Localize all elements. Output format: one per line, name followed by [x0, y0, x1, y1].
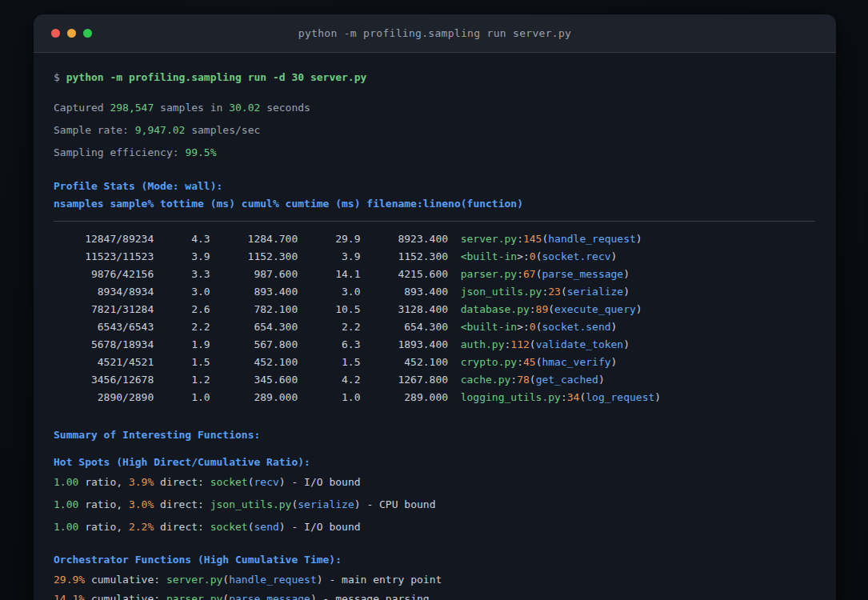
- separator: :: [510, 374, 517, 386]
- cell-nsamples: 8934/8934: [54, 283, 154, 301]
- cell-cumul-pct: 10.5: [298, 301, 360, 318]
- cell-filename: auth.py: [461, 338, 505, 350]
- cell-lineno: 89: [536, 303, 549, 315]
- cell-tottime: 452.100: [210, 354, 298, 371]
- cell-filename: <built-in: [461, 321, 517, 333]
- cell-tottime: 1284.700: [210, 230, 298, 248]
- hot-spot-line: 1.00 ratio, 3.9% direct: socket(recv) - …: [54, 474, 816, 490]
- cell-function: get_cached: [536, 374, 598, 386]
- orchestrator-line: 29.9% cumulative: server.py(handle_reque…: [54, 572, 816, 588]
- paren-close: ): [636, 303, 642, 315]
- captured-line: Captured 298,547 samples in 30.02 second…: [54, 100, 816, 116]
- paren-close: ): [636, 233, 642, 245]
- cell-cumul-pct: 1.0: [298, 389, 360, 406]
- summary-title: Summary of Interesting Functions:: [54, 427, 816, 443]
- cell-cumtime: 1893.400: [360, 336, 448, 354]
- paren-open: (: [222, 593, 229, 600]
- ratio-label: ratio,: [78, 521, 129, 533]
- cell-lineno: 145: [523, 233, 542, 245]
- paren-open: (: [248, 521, 254, 533]
- bound-note: - I/O bound: [286, 476, 361, 488]
- paren-open: (: [222, 574, 229, 586]
- direct-label: direct:: [154, 498, 210, 510]
- table-row: 3456/126781.2345.6004.21267.800cache.py:…: [54, 371, 816, 389]
- cell-lineno: 0: [530, 321, 536, 333]
- ratio-value: 1.00: [54, 498, 78, 510]
- maximize-button[interactable]: [83, 29, 92, 38]
- paren-close: ): [623, 338, 630, 350]
- cell-lineno: 45: [523, 356, 536, 368]
- cell-cumtime: 893.400: [360, 283, 448, 301]
- cell-lineno: 67: [523, 268, 536, 280]
- cell-cumtime: 452.100: [360, 354, 448, 371]
- function-name: handle_request: [229, 574, 317, 586]
- cell-function: hmac_verify: [542, 356, 610, 368]
- orchestrator-line: 14.1% cumulative: parser.py(parse_messag…: [54, 591, 816, 600]
- sample-rate-line: Sample rate: 9,947.02 samples/sec: [54, 122, 816, 138]
- window-titlebar: python -m profiling.sampling run server.…: [34, 14, 836, 53]
- ratio-value: 1.00: [54, 521, 78, 533]
- bound-note: - I/O bound: [286, 521, 361, 533]
- cell-sample-pct: 4.3: [154, 230, 210, 248]
- cell-function: validate_token: [536, 338, 624, 350]
- terminal-output: $ python -m profiling.sampling run -d 30…: [34, 70, 836, 600]
- cell-cumul-pct: 4.2: [298, 371, 360, 389]
- cell-tottime: 567.800: [210, 336, 298, 354]
- captured-label: Captured: [54, 102, 110, 114]
- role-note: - main entry point: [323, 574, 442, 586]
- paren-close: ): [279, 476, 286, 488]
- cell-cumtime: 1267.800: [360, 371, 448, 389]
- table-row: 9876/421563.3987.60014.14215.600parser.p…: [54, 266, 816, 283]
- cell-nsamples: 12847/89234: [54, 230, 154, 248]
- function-name: serialize: [298, 498, 354, 510]
- paren-close: ): [611, 356, 618, 368]
- cell-cumul-pct: 2.2: [298, 318, 360, 336]
- ratio-value: 1.00: [54, 476, 78, 488]
- cell-tottime: 654.300: [210, 318, 298, 336]
- cell-tottime: 782.100: [210, 301, 298, 318]
- cell-cumul-pct: 6.3: [298, 336, 360, 354]
- captured-seconds-value: 30.02: [229, 102, 260, 114]
- paren-open: (: [561, 286, 567, 298]
- ratio-label: ratio,: [78, 498, 129, 510]
- cell-filename: json_utils.py: [461, 286, 542, 298]
- direct-label: direct:: [154, 521, 210, 533]
- cell-filename: logging_utils.py: [461, 391, 561, 403]
- cell-sample-pct: 1.5: [154, 354, 210, 371]
- cumulative-label: cumulative:: [85, 593, 166, 600]
- profile-table: 12847/892344.31284.70029.98923.400server…: [54, 230, 816, 406]
- window-title: python -m profiling.sampling run server.…: [298, 27, 571, 39]
- cell-cumtime: 1152.300: [360, 248, 448, 266]
- paren-close: ): [354, 498, 361, 510]
- cell-function: socket.recv: [542, 250, 610, 262]
- cell-lineno: 0: [530, 250, 536, 262]
- table-row: 2890/28901.0289.0001.0289.000logging_uti…: [54, 389, 816, 406]
- cell-nsamples: 6543/6543: [54, 318, 154, 336]
- efficiency-line: Sampling efficiency: 99.5%: [54, 145, 816, 161]
- separator: :: [561, 391, 567, 403]
- cell-cumtime: 654.300: [360, 318, 448, 336]
- hot-spot-line: 1.00 ratio, 3.0% direct: json_utils.py(s…: [54, 497, 816, 513]
- close-button[interactable]: [51, 29, 60, 38]
- cell-lineno: 112: [510, 338, 529, 350]
- table-columns-header: nsamples sample% tottime (ms) cumul% cum…: [54, 196, 816, 212]
- separator: :: [530, 303, 536, 315]
- function-name: parse_message: [229, 593, 310, 600]
- table-row: 8934/89343.0893.4003.0893.400json_utils.…: [54, 283, 816, 301]
- minimize-button[interactable]: [67, 29, 76, 38]
- module-name: parser.py: [166, 593, 222, 600]
- cell-filename: server.py: [461, 233, 517, 245]
- terminal-window: python -m profiling.sampling run server.…: [34, 14, 836, 600]
- paren-open: (: [530, 374, 536, 386]
- ratio-label: ratio,: [78, 476, 129, 488]
- hot-spots-title: Hot Spots (High Direct/Cumulative Ratio)…: [54, 454, 816, 470]
- cell-function: parse_message: [542, 268, 623, 280]
- table-row: 12847/892344.31284.70029.98923.400server…: [54, 230, 816, 248]
- cell-tottime: 1152.300: [210, 248, 298, 266]
- rate-unit-label: samples/sec: [185, 124, 260, 136]
- direct-label: direct:: [154, 476, 210, 488]
- cell-sample-pct: 1.2: [154, 371, 210, 389]
- separator: :: [517, 233, 523, 245]
- cell-filename: crypto.py: [461, 356, 517, 368]
- paren-close: ): [310, 593, 317, 600]
